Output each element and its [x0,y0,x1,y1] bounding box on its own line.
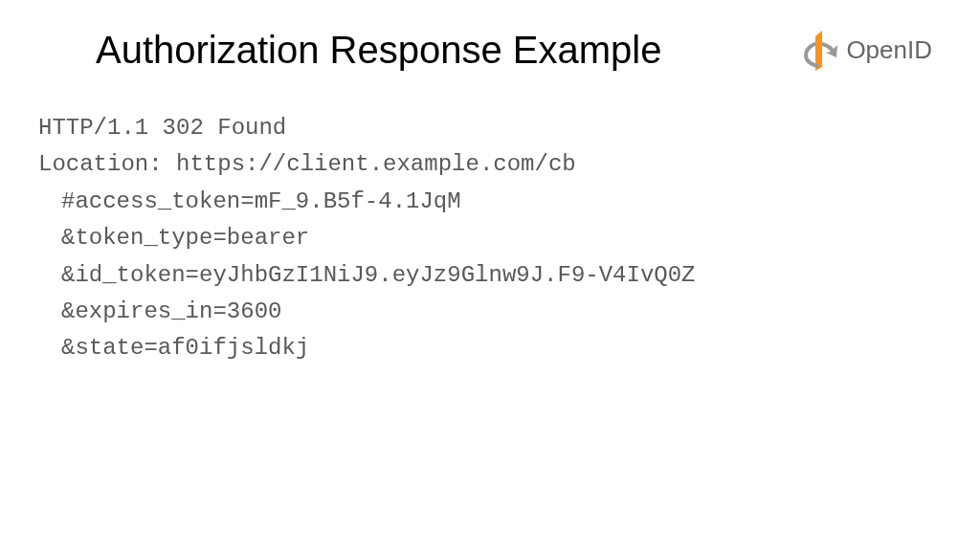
openid-logo-text: OpenID [846,35,932,65]
code-line-5: &id_token=eyJhbGzI1NiJ9.eyJz9Glnw9J.F9-V… [38,257,923,294]
page-title: Authorization Response Example [96,29,661,72]
code-line-6: &expires_in=3600 [38,294,923,330]
code-line-1: HTTP/1.1 302 Found [38,110,923,146]
header: Authorization Response Example OpenID [0,0,980,91]
code-line-3: #access_token=mF_9.B5f-4.1JqM [38,184,923,220]
code-line-2: Location: https://client.example.com/cb [38,146,923,183]
openid-logo: OpenID [802,31,932,71]
code-block: HTTP/1.1 302 Found Location: https://cli… [0,91,980,367]
openid-icon [802,31,838,71]
code-line-7: &state=af0ifjsldkj [38,330,923,366]
code-line-4: &token_type=bearer [38,220,923,256]
